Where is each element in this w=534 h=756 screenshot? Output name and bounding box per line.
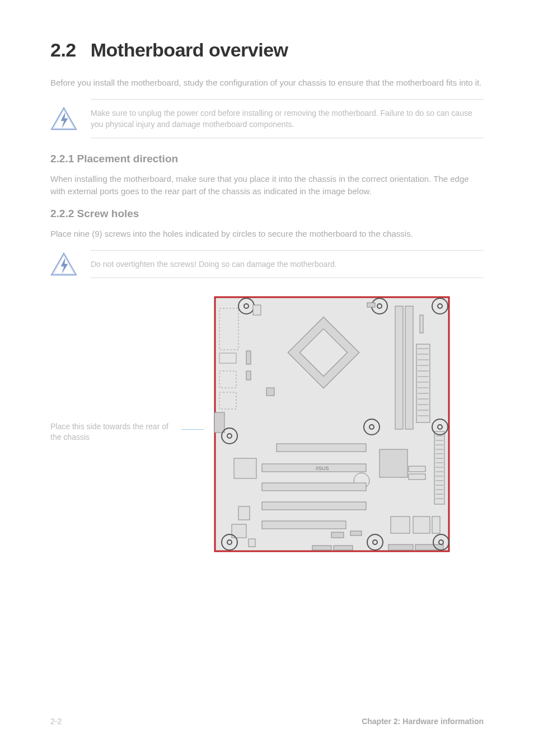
- svg-rect-49: [409, 474, 425, 480]
- subsection-222-heading: 2.2.2 Screw holes: [50, 208, 484, 220]
- warning-text: Do not overtighten the screws! Doing so …: [91, 250, 484, 278]
- svg-rect-68: [388, 544, 413, 550]
- intro-paragraph: Before you install the motherboard, stud…: [50, 77, 484, 89]
- warning-callout-unplug: Make sure to unplug the power cord befor…: [50, 99, 484, 139]
- svg-point-81: [227, 434, 232, 438]
- svg-point-87: [439, 540, 443, 544]
- section-number: 2.2: [50, 39, 76, 60]
- svg-rect-10: [246, 351, 251, 364]
- subsection-221-para: When installing the motherboard, make su…: [50, 173, 484, 198]
- asus-logo-text: /ISUS: [316, 466, 329, 471]
- svg-rect-88: [253, 305, 261, 315]
- svg-rect-57: [262, 483, 366, 491]
- lightning-triangle-icon: [50, 252, 77, 276]
- svg-rect-64: [312, 546, 331, 550]
- svg-rect-69: [415, 544, 443, 550]
- motherboard-diagram-row: Place this side towards the rear of the …: [50, 293, 484, 556]
- svg-point-71: [244, 304, 249, 308]
- svg-rect-48: [409, 466, 425, 472]
- svg-rect-15: [395, 306, 403, 429]
- svg-rect-32: [434, 431, 444, 504]
- svg-point-77: [369, 425, 374, 429]
- svg-rect-63: [234, 458, 256, 478]
- svg-rect-52: [391, 516, 410, 533]
- section-title: Motherboard overview: [91, 39, 288, 60]
- svg-point-79: [438, 425, 442, 429]
- subsection-222-para: Place nine (9) screws into the holes ind…: [50, 228, 484, 240]
- svg-rect-55: [277, 444, 366, 452]
- svg-rect-89: [367, 303, 375, 307]
- svg-rect-12: [266, 388, 274, 396]
- svg-rect-54: [432, 516, 440, 533]
- page-footer: 2-2 Chapter 2: Hardware information: [50, 717, 484, 726]
- lightning-triangle-icon: [50, 106, 77, 131]
- warning-callout-overtighten: Do not overtighten the screws! Doing so …: [50, 250, 484, 278]
- svg-rect-66: [331, 532, 344, 538]
- diagram-leader-line: [181, 429, 204, 430]
- svg-rect-65: [334, 546, 353, 550]
- footer-page-number: 2-2: [50, 717, 62, 726]
- svg-rect-53: [413, 516, 430, 533]
- svg-rect-67: [350, 531, 362, 536]
- svg-point-85: [373, 540, 377, 544]
- svg-rect-11: [246, 371, 251, 380]
- svg-rect-62: [249, 539, 255, 547]
- svg-rect-58: [262, 502, 366, 510]
- svg-rect-17: [420, 315, 423, 333]
- warning-text: Make sure to unplug the power cord befor…: [91, 99, 484, 139]
- svg-rect-18: [416, 344, 430, 422]
- svg-point-83: [227, 540, 232, 544]
- diagram-caption: Place this side towards the rear of the …: [50, 293, 174, 443]
- footer-chapter: Chapter 2: Hardware information: [362, 717, 484, 726]
- svg-point-75: [438, 304, 442, 308]
- svg-rect-56: [262, 464, 366, 472]
- svg-rect-16: [405, 306, 413, 429]
- motherboard-diagram: /ISUS: [212, 293, 452, 556]
- subsection-221-heading: 2.2.1 Placement direction: [50, 153, 484, 165]
- section-heading: 2.2Motherboard overview: [50, 39, 484, 61]
- svg-rect-50: [380, 449, 407, 477]
- svg-rect-61: [238, 506, 250, 520]
- svg-rect-59: [262, 521, 346, 529]
- svg-rect-6: [219, 353, 236, 363]
- svg-rect-9: [214, 412, 224, 433]
- svg-point-73: [377, 304, 382, 308]
